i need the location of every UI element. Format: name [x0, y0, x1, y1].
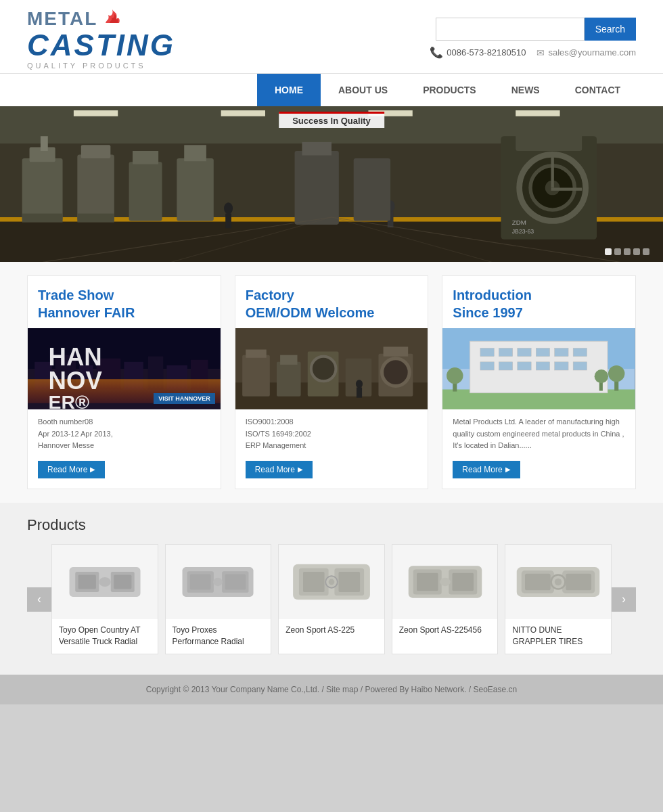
contact-info: 📞 0086-573-82180510 ✉ sales@yourname.com — [430, 46, 636, 59]
nav-item-products[interactable]: PRODUCTS — [405, 74, 494, 106]
search-input[interactable] — [436, 18, 585, 41]
svg-rect-25 — [551, 187, 582, 190]
nav-item-news[interactable]: NEWS — [494, 74, 557, 106]
svg-rect-73 — [518, 348, 531, 356]
svg-rect-33 — [302, 142, 332, 156]
read-more-arrow-3: ▶ — [505, 466, 511, 473]
svg-rect-71 — [480, 348, 494, 356]
svg-rect-81 — [555, 362, 568, 370]
svg-rect-108 — [338, 572, 360, 592]
banner-dots — [605, 248, 649, 255]
card-intro: IntroductionSince 1997 — [442, 275, 636, 489]
carousel-prev-button[interactable]: ‹ — [27, 587, 51, 612]
nav-item-home[interactable]: HOME — [257, 74, 321, 106]
svg-rect-57 — [277, 362, 301, 397]
product-name-2: Toyo Proxes Performance Radial — [166, 619, 271, 654]
banner-tagline: Success In Quality — [279, 112, 384, 128]
svg-point-125 — [555, 579, 562, 586]
banner-image: ZDM JB23-63 — [0, 106, 663, 262]
card-factory-image — [235, 328, 428, 409]
svg-rect-17 — [177, 158, 213, 221]
card-tradeshow-title: Trade ShowHannover FAIR — [28, 276, 221, 328]
svg-rect-66 — [357, 387, 362, 397]
svg-rect-77 — [480, 362, 494, 370]
svg-rect-122 — [525, 574, 551, 591]
phone-info: 📞 0086-573-82180510 — [430, 46, 526, 59]
svg-text:ER®: ER® — [49, 391, 90, 409]
svg-point-88 — [595, 369, 608, 383]
products-section: Products ‹ — [0, 503, 663, 675]
svg-rect-34 — [354, 158, 390, 221]
svg-rect-14 — [77, 214, 114, 223]
card-factory: FactoryOEM/ODM Welcome — [235, 275, 429, 489]
products-title: Products — [27, 516, 636, 534]
banner-dot-4[interactable] — [633, 248, 640, 255]
svg-rect-10 — [41, 136, 48, 151]
nav-spacer — [0, 74, 257, 106]
svg-rect-72 — [499, 348, 513, 356]
nav-item-about[interactable]: ABOUT US — [321, 74, 405, 106]
carousel-next-button[interactable]: › — [612, 587, 636, 612]
card-tradeshow-image-wrap: HAN NOV ER® VISIT HANNOVER — [28, 328, 221, 409]
svg-rect-76 — [574, 348, 587, 356]
card-factory-desc: ISO9001:2008ISO/TS 16949:2002ERP Managem… — [235, 409, 428, 457]
svg-rect-2 — [74, 110, 118, 116]
svg-rect-32 — [295, 151, 339, 225]
card-intro-image — [442, 328, 635, 409]
header-top: METAL CASTING QUALITY PRODUCTS Search — [0, 0, 663, 73]
svg-rect-5 — [516, 110, 559, 116]
read-more-factory[interactable]: Read More ▶ — [246, 461, 313, 478]
svg-rect-12 — [77, 154, 114, 221]
svg-rect-18 — [184, 145, 206, 161]
card-intro-title: IntroductionSince 1997 — [442, 276, 635, 328]
svg-rect-15 — [129, 162, 162, 221]
product-card-5: NITTO DUNE GRAPPLER TIRES — [505, 544, 612, 655]
visit-hannover-badge: VISIT HANNOVER — [154, 393, 215, 404]
svg-rect-74 — [536, 348, 550, 356]
email-icon: ✉ — [536, 47, 545, 58]
read-more-arrow-2: ▶ — [298, 466, 303, 473]
svg-point-60 — [311, 357, 336, 382]
svg-rect-13 — [81, 145, 111, 158]
footer-text: Copyright © 2013 Your Company Name Co.,L… — [146, 685, 517, 694]
svg-rect-123 — [566, 574, 592, 591]
nav-item-contact[interactable]: CONTACT — [557, 74, 638, 106]
svg-rect-56 — [246, 350, 267, 358]
banner-dot-3[interactable] — [624, 248, 631, 255]
read-more-intro[interactable]: Read More ▶ — [453, 461, 520, 478]
nav-bar: HOME ABOUT US PRODUCTS NEWS CONTACT — [0, 73, 663, 106]
svg-rect-3 — [221, 110, 265, 116]
svg-rect-107 — [303, 572, 325, 592]
product-name-4: Zeon Sport AS-225456 — [392, 619, 498, 643]
svg-rect-16 — [133, 151, 158, 164]
nav-items: HOME ABOUT US PRODUCTS NEWS CONTACT — [257, 74, 638, 106]
svg-point-86 — [608, 365, 624, 382]
read-more-tradeshow[interactable]: Read More ▶ — [38, 461, 105, 478]
svg-rect-100 — [190, 574, 211, 589]
svg-point-95 — [99, 577, 111, 587]
email-link[interactable]: sales@yourname.com — [548, 47, 636, 58]
banner: ZDM JB23-63 — [0, 106, 663, 262]
product-image-1 — [52, 545, 158, 619]
product-name-1: Toyo Open Country AT Versatile Truck Rad… — [52, 619, 158, 654]
svg-point-28 — [224, 202, 233, 214]
logo-metal: METAL — [27, 7, 175, 30]
product-card-1: Toyo Open Country AT Versatile Truck Rad… — [51, 544, 158, 655]
header-right: Search 📞 0086-573-82180510 ✉ sales@yourn… — [430, 18, 636, 59]
phone-icon: 📞 — [430, 46, 443, 59]
banner-dot-2[interactable] — [614, 248, 621, 255]
product-image-5 — [505, 545, 611, 619]
svg-point-84 — [447, 367, 463, 384]
svg-rect-82 — [574, 362, 587, 370]
svg-text:ZDM: ZDM — [512, 219, 526, 226]
svg-rect-20 — [516, 129, 582, 151]
products-carousel: ‹ Toyo Open Country — [27, 544, 636, 655]
product-name-5: NITTO DUNE GRAPPLER TIRES — [505, 619, 611, 654]
svg-rect-8 — [22, 158, 63, 221]
logo-area: METAL CASTING QUALITY PRODUCTS — [27, 7, 175, 70]
search-button[interactable]: Search — [585, 18, 636, 41]
banner-dot-1[interactable] — [605, 248, 612, 255]
banner-dot-5[interactable] — [643, 248, 649, 255]
footer: Copyright © 2013 Your Company Name Co.,L… — [0, 675, 663, 704]
page-wrapper: METAL CASTING QUALITY PRODUCTS Search — [0, 0, 663, 704]
